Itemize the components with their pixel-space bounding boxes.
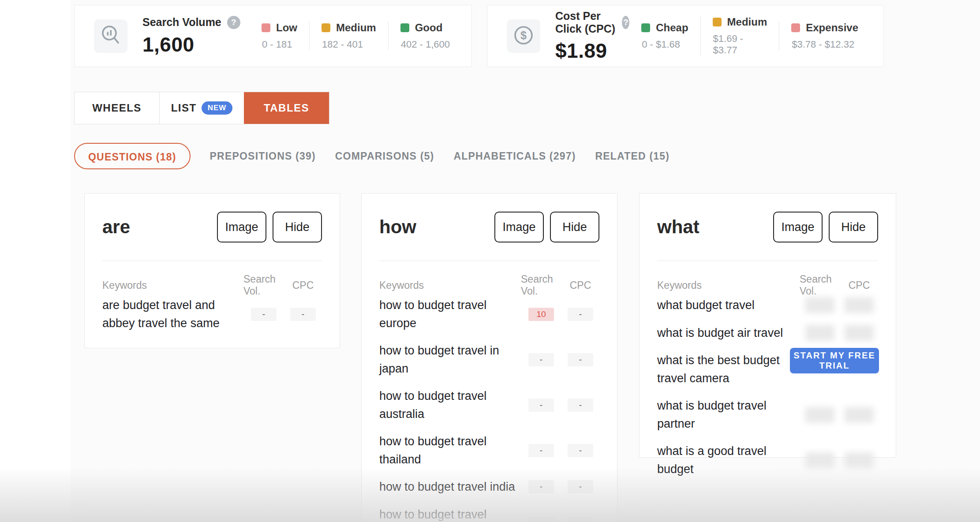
good-label: Good: [415, 22, 443, 34]
tab-questions[interactable]: QUESTIONS (18): [74, 143, 191, 169]
keyword-row: what is budget travel partner: [657, 397, 878, 433]
card-title-what: what: [657, 216, 699, 238]
search-vol-column-header: Search Vol.: [521, 273, 561, 297]
search-vol-value-blurred: [805, 325, 834, 341]
legend-item-expensive: Expensive $3.78 - $12.32: [779, 22, 870, 50]
tab-wheels-label: WHEELS: [92, 102, 142, 114]
keyword-card-what: what Image Hide Keywords Search Vol. CPC…: [639, 193, 896, 458]
search-volume-help-icon[interactable]: ?: [227, 16, 240, 29]
keyword-row: how to budget travel australia--: [379, 387, 599, 423]
search-vol-column-header: Search Vol.: [243, 273, 284, 297]
cpc-title: Cost Per Click (CPC): [555, 10, 616, 35]
cpc-value: -: [568, 308, 593, 321]
good-swatch-icon: [400, 23, 409, 32]
card-divider: [379, 261, 599, 261]
search-vol-value-blurred: [805, 297, 834, 313]
column-headers: Keywords Search Vol. CPC: [657, 273, 878, 287]
search-vol-value: -: [528, 480, 554, 493]
tab-prepositions[interactable]: PREPOSITIONS (39): [210, 150, 316, 162]
keywords-column-header: Keywords: [102, 280, 243, 291]
cpc-value: -: [568, 399, 593, 412]
low-range: 0 - 181: [262, 39, 297, 50]
dollar-circle-icon: $: [512, 24, 535, 48]
cpc-card: $ Cost Per Click (CPC) ? $1.89 Cheap 0 -…: [487, 5, 884, 67]
tab-comparisons[interactable]: COMPARISONS (5): [335, 150, 434, 162]
new-badge: NEW: [202, 101, 233, 115]
card-title-are: are: [102, 216, 130, 238]
keyword-row: what is budget air travel: [657, 324, 878, 342]
hide-button[interactable]: Hide: [273, 212, 322, 242]
search-vol-column-header: Search Vol.: [800, 273, 840, 297]
keyword-text: how to budget travel europe: [379, 296, 521, 332]
keyword-text: how to budget travel in japan: [379, 342, 521, 377]
keyword-text: how to budget travel greece: [379, 506, 521, 522]
image-button[interactable]: Image: [217, 212, 266, 242]
keyword-row: how to budget travel europe10-: [379, 296, 599, 332]
tab-tables[interactable]: TABLES: [244, 92, 329, 124]
tab-list-label: LIST: [171, 102, 197, 114]
legend-item-good: Good 402 - 1,600: [388, 22, 462, 50]
search-vol-value: -: [528, 353, 554, 366]
tab-related[interactable]: RELATED (15): [595, 150, 670, 162]
cheap-label: Cheap: [656, 22, 688, 34]
cpc-value: -: [568, 480, 593, 493]
keyword-text: what is budget air travel: [657, 324, 800, 342]
column-headers: Keywords Search Vol. CPC: [102, 273, 322, 287]
keyword-text: what is the best budget travel camera: [657, 351, 800, 387]
keyword-row: are budget travel and abbey travel the s…: [102, 296, 322, 332]
cpc-column-header: CPC: [849, 280, 870, 291]
start-free-trial-button[interactable]: START MY FREE TRIAL: [790, 348, 879, 373]
cpc-value: -: [568, 517, 593, 522]
keyword-row: what budget travel: [657, 296, 878, 314]
expensive-swatch-icon: [791, 23, 800, 32]
hide-button[interactable]: Hide: [829, 212, 878, 242]
card-divider: [102, 261, 322, 261]
image-button[interactable]: Image: [494, 212, 544, 242]
legend-item-medium-cpc: Medium $1.69 - $3.77: [700, 16, 779, 56]
medium-cpc-range: $1.69 - $3.77: [713, 33, 767, 56]
expensive-range: $3.78 - $12.32: [791, 39, 858, 50]
cheap-range: 0 - $1.68: [641, 39, 688, 50]
keyword-text: what budget travel: [657, 296, 800, 314]
card-title-how: how: [379, 216, 416, 238]
cpc-value-blurred: [845, 325, 874, 341]
cpc-help-icon[interactable]: ?: [622, 16, 629, 29]
search-volume-card: Search Volume ? 1,600 Low 0 - 181 Medium…: [74, 5, 472, 67]
tab-wheels[interactable]: WHEELS: [75, 92, 159, 124]
keyword-rows-what: what budget travelwhat is budget air tra…: [657, 296, 878, 478]
cpc-value-blurred: [845, 297, 874, 313]
tab-alphabeticals[interactable]: ALPHABETICALS (297): [453, 150, 576, 162]
cpc-legend: Cheap 0 - $1.68 Medium $1.69 - $3.77 Exp…: [629, 16, 883, 56]
svg-text:$: $: [520, 29, 527, 41]
keyword-row: how to budget travel india--: [379, 478, 599, 496]
keyword-text: what is budget travel partner: [657, 397, 800, 433]
medium-cpc-swatch-icon: [713, 18, 722, 26]
tab-list[interactable]: LIST NEW: [159, 92, 244, 124]
search-vol-value: -: [528, 517, 554, 522]
hide-button[interactable]: Hide: [550, 212, 599, 242]
keyword-rows-are: are budget travel and abbey travel the s…: [102, 296, 322, 332]
search-vol-value: 10: [528, 308, 554, 321]
column-headers: Keywords Search Vol. CPC: [379, 273, 599, 287]
medium-cpc-label: Medium: [727, 16, 767, 28]
keyword-row: how to budget travel in japan--: [379, 342, 599, 377]
search-vol-value-blurred: [805, 452, 834, 468]
cpc-column-header: CPC: [570, 280, 591, 291]
cpc-value: -: [568, 353, 593, 366]
category-tabs: QUESTIONS (18) PREPOSITIONS (39) COMPARI…: [74, 142, 670, 170]
image-button[interactable]: Image: [773, 212, 823, 242]
page-left-margin: [0, 0, 71, 522]
keyword-row: how to budget travel greece--: [379, 506, 599, 522]
keywords-column-header: Keywords: [379, 280, 521, 291]
keyword-card-are: are Image Hide Keywords Search Vol. CPC …: [84, 193, 340, 348]
medium-swatch-icon: [322, 23, 330, 32]
keyword-text: how to budget travel thailand: [379, 433, 521, 468]
legend-item-low: Low 0 - 181: [250, 22, 309, 50]
keyword-text: how to budget travel india: [379, 478, 521, 496]
search-vol-value: -: [528, 444, 554, 457]
low-swatch-icon: [262, 23, 270, 32]
keyword-rows-how: how to budget travel europe10-how to bud…: [379, 296, 599, 522]
cpc-value: $1.89: [555, 39, 629, 63]
cpc-icon-tile: $: [507, 19, 540, 53]
keyword-text: what is a good travel budget: [657, 442, 800, 478]
